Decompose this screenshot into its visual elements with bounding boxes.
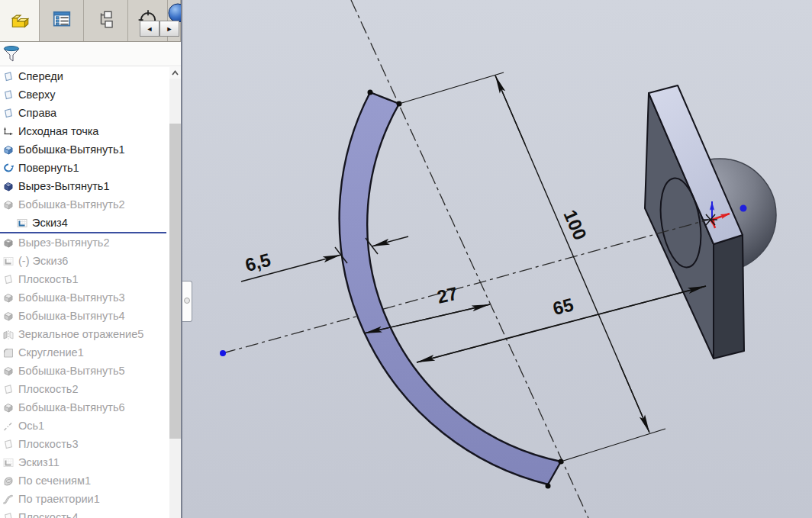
tree-item-label: Повернуть1 xyxy=(18,162,79,174)
axis-endpoint[interactable] xyxy=(220,350,226,356)
sketch-point[interactable] xyxy=(740,205,747,212)
fillet-icon xyxy=(2,347,14,359)
tree-item-label: Сверху xyxy=(18,88,55,101)
boss-extrude-icon xyxy=(2,199,14,211)
tree-item-label: Эскиз4 xyxy=(32,217,68,229)
tree-item-label: Спереди xyxy=(18,70,63,82)
plate-side-face[interactable] xyxy=(714,235,744,359)
tree-item-label: Плоскость1 xyxy=(18,273,78,285)
part-icon xyxy=(8,8,31,33)
plane-icon xyxy=(2,108,14,119)
tree-item-label: Вырез-Вытянуть1 xyxy=(18,180,109,192)
plane-icon xyxy=(2,71,14,82)
configuration-icon xyxy=(95,8,117,33)
tree-item-label: Скругление1 xyxy=(18,346,84,359)
plane-icon xyxy=(2,274,14,285)
boss-extrude-icon xyxy=(2,402,14,413)
tree-item-24[interactable]: По траектории1 xyxy=(0,490,169,508)
tree-item-label: Бобышка-Вытянуть1 xyxy=(18,143,125,156)
arrow-left-icon: ◄ xyxy=(147,25,153,33)
tree-item-label: (-) Эскиз6 xyxy=(18,255,68,267)
tree-item-label: По сечениям1 xyxy=(18,475,91,487)
tree-item-7[interactable]: Вырез-Вытянуть1 xyxy=(0,177,169,195)
tree-item-3[interactable]: Справа xyxy=(0,104,169,122)
plane-icon xyxy=(2,89,14,101)
tree-item-25[interactable]: Плоскость4 xyxy=(0,508,169,518)
tree-item-23[interactable]: По сечениям1 xyxy=(0,471,169,490)
tree-item-10[interactable]: Вырез-Вытянуть2 xyxy=(0,233,169,252)
tree-item-label: Исходная точка xyxy=(18,125,98,137)
tree-item-18[interactable]: Плоскость2 xyxy=(0,380,169,398)
configurationmanager-tab[interactable] xyxy=(84,0,128,41)
cut-extrude-icon xyxy=(2,181,14,192)
tree-scrollbar[interactable] xyxy=(169,67,181,518)
solidworks-window: 6,5 27 65 100 ◄ ► xyxy=(0,0,812,518)
tree-item-12[interactable]: Плоскость1 xyxy=(0,270,169,288)
panel-collapse-handle[interactable] xyxy=(182,281,192,322)
tree-item-2[interactable]: Сверху xyxy=(0,85,169,104)
tree-item-9[interactable]: Эскиз4 xyxy=(0,214,169,232)
tree-item-label: Ось1 xyxy=(18,420,44,432)
plane-icon xyxy=(2,439,14,450)
tree-item-label: Эскиз11 xyxy=(18,456,60,468)
tree-item-label: Бобышка-Вытянуть4 xyxy=(18,310,125,322)
feature-tree: СпередиСверхуСправаИсходная точкаБобышка… xyxy=(0,67,169,518)
tree-item-4[interactable]: Исходная точка xyxy=(0,122,169,140)
tree-item-15[interactable]: Зеркальное отражение5 xyxy=(0,325,169,343)
tree-item-6[interactable]: Повернуть1 xyxy=(0,159,169,177)
featuremanager-tab[interactable] xyxy=(0,0,40,41)
tree-item-11[interactable]: (-) Эскиз6 xyxy=(0,252,169,270)
plane-icon xyxy=(2,384,14,395)
tree-item-14[interactable]: Бобышка-Вытянуть4 xyxy=(0,307,169,325)
sketch-icon xyxy=(2,457,14,468)
tab-scroll-left-button[interactable]: ◄ xyxy=(140,21,160,37)
propertymanager-tab[interactable] xyxy=(40,0,84,41)
boss-extrude-icon xyxy=(2,365,14,377)
mirror-icon xyxy=(2,329,14,340)
tree-item-8[interactable]: Бобышка-Вытянуть2 xyxy=(0,195,169,214)
axis-icon xyxy=(2,420,14,432)
tree-item-22[interactable]: Эскиз11 xyxy=(0,453,169,471)
scroll-up-button[interactable] xyxy=(169,67,181,79)
tree-item-20[interactable]: Ось1 xyxy=(0,417,169,435)
cut-extrude-icon xyxy=(2,237,14,249)
revolve-icon xyxy=(2,162,14,174)
chevron-up-icon xyxy=(169,68,181,78)
tree-item-label: Справа xyxy=(18,107,56,119)
loft-icon xyxy=(2,475,14,487)
tree-item-label: Плоскость2 xyxy=(18,383,78,395)
tree-item-label: По траектории1 xyxy=(18,493,100,505)
tree-item-label: Бобышка-Вытянуть6 xyxy=(18,401,125,413)
tree-item-19[interactable]: Бобышка-Вытянуть6 xyxy=(0,398,169,417)
filter-funnel-icon[interactable] xyxy=(2,45,21,63)
tree-item-label: Вырез-Вытянуть2 xyxy=(18,236,109,249)
boss-extrude-icon xyxy=(2,310,14,322)
tree-item-16[interactable]: Скругление1 xyxy=(0,343,169,362)
panel-viewport-divider xyxy=(181,0,182,518)
tree-item-17[interactable]: Бобышка-Вытянуть5 xyxy=(0,362,169,380)
boss-extrude-icon xyxy=(2,144,14,156)
tree-item-21[interactable]: Плоскость3 xyxy=(0,435,169,453)
tree-item-label: Зеркальное отражение5 xyxy=(18,328,143,340)
tab-scroll-right-button[interactable]: ► xyxy=(160,21,179,37)
tree-item-label: Бобышка-Вытянуть3 xyxy=(18,291,125,304)
tree-item-label: Бобышка-Вытянуть5 xyxy=(18,365,125,377)
tree-item-5[interactable]: Бобышка-Вытянуть1 xyxy=(0,140,169,159)
tree-item-label: Плоскость4 xyxy=(18,511,78,518)
sketch-icon xyxy=(2,256,14,267)
viewport-3d[interactable]: 6,5 27 65 100 xyxy=(181,0,812,518)
tab-scroll-buttons: ◄ ► xyxy=(140,21,179,37)
tree-item-label: Бобышка-Вытянуть2 xyxy=(18,198,125,211)
origin-icon xyxy=(2,126,14,137)
sweep-icon xyxy=(2,494,14,505)
tree-item-13[interactable]: Бобышка-Вытянуть3 xyxy=(0,288,169,307)
tree-item-label: Плоскость3 xyxy=(18,438,78,450)
feature-manager-panel: ◄ ► СпередиСверхуСправаИсходная точкаБоб… xyxy=(0,0,181,518)
filter-bar xyxy=(0,42,181,66)
arrow-right-icon: ► xyxy=(166,25,173,33)
tree-item-1[interactable]: Спереди xyxy=(0,67,169,85)
collapse-dot-icon xyxy=(184,298,190,304)
scrollbar-thumb[interactable] xyxy=(169,124,181,439)
sketch-icon xyxy=(16,217,28,229)
plane-icon xyxy=(2,512,14,518)
